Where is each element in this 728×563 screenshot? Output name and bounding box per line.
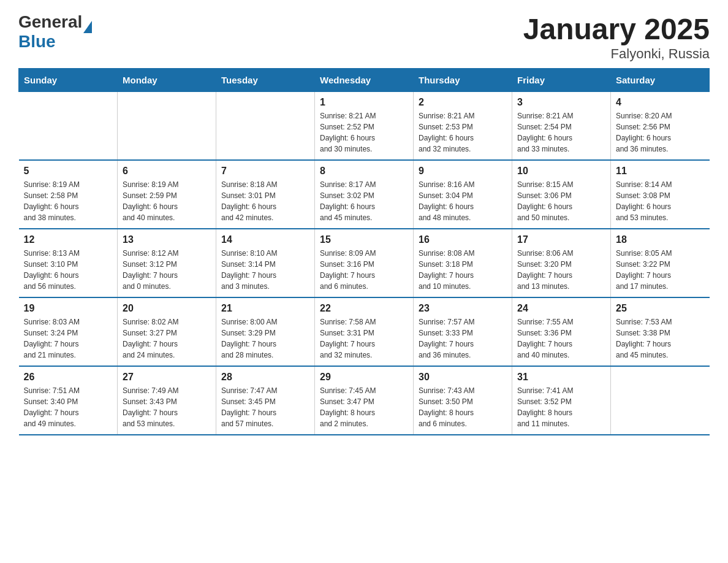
calendar-cell: 15Sunrise: 8:09 AM Sunset: 3:16 PM Dayli… xyxy=(315,229,414,297)
calendar-header-row: SundayMondayTuesdayWednesdayThursdayFrid… xyxy=(19,69,710,92)
day-info: Sunrise: 8:09 AM Sunset: 3:16 PM Dayligh… xyxy=(320,248,408,292)
day-info: Sunrise: 8:20 AM Sunset: 2:56 PM Dayligh… xyxy=(616,110,705,155)
calendar-cell: 11Sunrise: 8:14 AM Sunset: 3:08 PM Dayli… xyxy=(611,160,710,229)
day-info: Sunrise: 8:21 AM Sunset: 2:52 PM Dayligh… xyxy=(320,110,408,155)
header-friday: Friday xyxy=(512,69,611,92)
day-info: Sunrise: 7:57 AM Sunset: 3:33 PM Dayligh… xyxy=(419,316,507,361)
day-number: 31 xyxy=(517,372,605,383)
day-info: Sunrise: 7:51 AM Sunset: 3:40 PM Dayligh… xyxy=(24,385,113,429)
day-number: 10 xyxy=(517,166,605,177)
day-info: Sunrise: 8:19 AM Sunset: 2:59 PM Dayligh… xyxy=(123,179,211,223)
day-info: Sunrise: 8:03 AM Sunset: 3:24 PM Dayligh… xyxy=(24,316,113,361)
day-info: Sunrise: 8:00 AM Sunset: 3:29 PM Dayligh… xyxy=(221,316,309,361)
day-number: 15 xyxy=(320,234,408,245)
calendar-cell: 27Sunrise: 7:49 AM Sunset: 3:43 PM Dayli… xyxy=(118,366,216,435)
calendar-week-4: 19Sunrise: 8:03 AM Sunset: 3:24 PM Dayli… xyxy=(19,297,710,366)
logo: General Blue xyxy=(18,12,92,52)
day-number: 11 xyxy=(616,166,705,177)
calendar-cell: 7Sunrise: 8:18 AM Sunset: 3:01 PM Daylig… xyxy=(216,160,315,229)
calendar-table: SundayMondayTuesdayWednesdayThursdayFrid… xyxy=(18,68,710,435)
calendar-cell: 4Sunrise: 8:20 AM Sunset: 2:56 PM Daylig… xyxy=(611,92,710,161)
header-monday: Monday xyxy=(118,69,216,92)
calendar-week-3: 12Sunrise: 8:13 AM Sunset: 3:10 PM Dayli… xyxy=(19,229,710,297)
calendar-subtitle: Falyonki, Russia xyxy=(523,46,710,62)
calendar-cell: 28Sunrise: 7:47 AM Sunset: 3:45 PM Dayli… xyxy=(216,366,315,435)
day-number: 12 xyxy=(24,234,113,245)
calendar-week-1: 1Sunrise: 8:21 AM Sunset: 2:52 PM Daylig… xyxy=(19,92,710,161)
day-info: Sunrise: 7:49 AM Sunset: 3:43 PM Dayligh… xyxy=(123,385,211,429)
calendar-title: January 2025 xyxy=(523,12,710,46)
day-info: Sunrise: 7:53 AM Sunset: 3:38 PM Dayligh… xyxy=(616,316,705,361)
day-info: Sunrise: 8:18 AM Sunset: 3:01 PM Dayligh… xyxy=(221,179,309,223)
title-block: January 2025 Falyonki, Russia xyxy=(523,12,710,62)
day-info: Sunrise: 8:15 AM Sunset: 3:06 PM Dayligh… xyxy=(517,179,605,223)
calendar-cell: 1Sunrise: 8:21 AM Sunset: 2:52 PM Daylig… xyxy=(315,92,414,161)
calendar-cell: 2Sunrise: 8:21 AM Sunset: 2:53 PM Daylig… xyxy=(414,92,512,161)
calendar-cell: 20Sunrise: 8:02 AM Sunset: 3:27 PM Dayli… xyxy=(118,297,216,366)
day-number: 9 xyxy=(419,166,507,177)
calendar-cell: 13Sunrise: 8:12 AM Sunset: 3:12 PM Dayli… xyxy=(118,229,216,297)
day-number: 25 xyxy=(616,303,705,314)
day-number: 24 xyxy=(517,303,605,314)
day-info: Sunrise: 8:08 AM Sunset: 3:18 PM Dayligh… xyxy=(419,248,507,292)
logo-general-text: General xyxy=(18,12,82,32)
calendar-cell: 6Sunrise: 8:19 AM Sunset: 2:59 PM Daylig… xyxy=(118,160,216,229)
calendar-week-2: 5Sunrise: 8:19 AM Sunset: 2:58 PM Daylig… xyxy=(19,160,710,229)
day-number: 4 xyxy=(616,97,705,108)
day-number: 20 xyxy=(123,303,211,314)
calendar-cell: 23Sunrise: 7:57 AM Sunset: 3:33 PM Dayli… xyxy=(414,297,512,366)
day-number: 2 xyxy=(419,97,507,108)
day-info: Sunrise: 7:41 AM Sunset: 3:52 PM Dayligh… xyxy=(517,385,605,429)
day-info: Sunrise: 8:06 AM Sunset: 3:20 PM Dayligh… xyxy=(517,248,605,292)
calendar-cell: 12Sunrise: 8:13 AM Sunset: 3:10 PM Dayli… xyxy=(19,229,118,297)
calendar-cell xyxy=(611,366,710,435)
calendar-cell: 3Sunrise: 8:21 AM Sunset: 2:54 PM Daylig… xyxy=(512,92,611,161)
day-info: Sunrise: 7:43 AM Sunset: 3:50 PM Dayligh… xyxy=(419,385,507,429)
calendar-cell: 8Sunrise: 8:17 AM Sunset: 3:02 PM Daylig… xyxy=(315,160,414,229)
day-info: Sunrise: 7:45 AM Sunset: 3:47 PM Dayligh… xyxy=(320,385,408,429)
day-info: Sunrise: 8:05 AM Sunset: 3:22 PM Dayligh… xyxy=(616,248,705,292)
logo-blue-text: Blue xyxy=(18,32,92,52)
calendar-cell: 17Sunrise: 8:06 AM Sunset: 3:20 PM Dayli… xyxy=(512,229,611,297)
calendar-cell: 30Sunrise: 7:43 AM Sunset: 3:50 PM Dayli… xyxy=(414,366,512,435)
calendar-cell: 18Sunrise: 8:05 AM Sunset: 3:22 PM Dayli… xyxy=(611,229,710,297)
calendar-cell xyxy=(216,92,315,161)
header-thursday: Thursday xyxy=(414,69,512,92)
day-number: 18 xyxy=(616,234,705,245)
calendar-cell: 10Sunrise: 8:15 AM Sunset: 3:06 PM Dayli… xyxy=(512,160,611,229)
day-number: 1 xyxy=(320,97,408,108)
day-number: 6 xyxy=(123,166,211,177)
day-info: Sunrise: 8:13 AM Sunset: 3:10 PM Dayligh… xyxy=(24,248,113,292)
day-info: Sunrise: 7:58 AM Sunset: 3:31 PM Dayligh… xyxy=(320,316,408,361)
calendar-cell: 9Sunrise: 8:16 AM Sunset: 3:04 PM Daylig… xyxy=(414,160,512,229)
day-number: 29 xyxy=(320,372,408,383)
header-wednesday: Wednesday xyxy=(315,69,414,92)
day-info: Sunrise: 8:14 AM Sunset: 3:08 PM Dayligh… xyxy=(616,179,705,223)
day-number: 22 xyxy=(320,303,408,314)
day-number: 19 xyxy=(24,303,113,314)
day-number: 17 xyxy=(517,234,605,245)
calendar-cell: 14Sunrise: 8:10 AM Sunset: 3:14 PM Dayli… xyxy=(216,229,315,297)
day-number: 26 xyxy=(24,372,113,383)
day-number: 27 xyxy=(123,372,211,383)
day-number: 14 xyxy=(221,234,309,245)
calendar-cell: 21Sunrise: 8:00 AM Sunset: 3:29 PM Dayli… xyxy=(216,297,315,366)
header-sunday: Sunday xyxy=(19,69,118,92)
day-info: Sunrise: 8:19 AM Sunset: 2:58 PM Dayligh… xyxy=(24,179,113,223)
day-info: Sunrise: 8:17 AM Sunset: 3:02 PM Dayligh… xyxy=(320,179,408,223)
day-number: 23 xyxy=(419,303,507,314)
calendar-week-5: 26Sunrise: 7:51 AM Sunset: 3:40 PM Dayli… xyxy=(19,366,710,435)
day-number: 30 xyxy=(419,372,507,383)
calendar-cell xyxy=(118,92,216,161)
day-number: 3 xyxy=(517,97,605,108)
day-info: Sunrise: 8:12 AM Sunset: 3:12 PM Dayligh… xyxy=(123,248,211,292)
calendar-cell: 24Sunrise: 7:55 AM Sunset: 3:36 PM Dayli… xyxy=(512,297,611,366)
day-number: 7 xyxy=(221,166,309,177)
day-info: Sunrise: 8:16 AM Sunset: 3:04 PM Dayligh… xyxy=(419,179,507,223)
calendar-cell: 16Sunrise: 8:08 AM Sunset: 3:18 PM Dayli… xyxy=(414,229,512,297)
day-number: 5 xyxy=(24,166,113,177)
day-info: Sunrise: 7:55 AM Sunset: 3:36 PM Dayligh… xyxy=(517,316,605,361)
calendar-cell: 19Sunrise: 8:03 AM Sunset: 3:24 PM Dayli… xyxy=(19,297,118,366)
day-number: 16 xyxy=(419,234,507,245)
day-number: 28 xyxy=(221,372,309,383)
